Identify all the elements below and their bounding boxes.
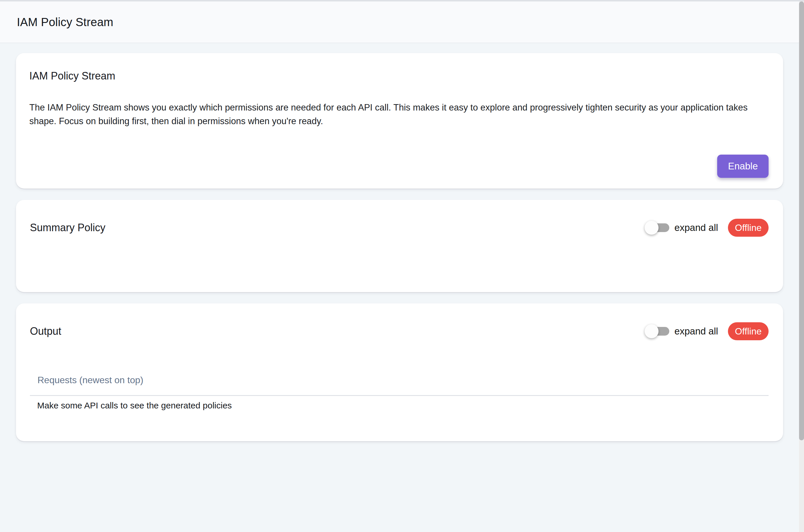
output-card: Output expand all Offline Requests (newe… [16, 303, 783, 441]
app-header: IAM Policy Stream [0, 1, 804, 43]
summary-card-title: Summary Policy [30, 220, 105, 235]
intro-card: IAM Policy Stream The IAM Policy Stream … [16, 53, 783, 189]
summary-status-badge-offline: Offline [728, 219, 769, 237]
requests-header: Requests (newest on top) [30, 373, 769, 396]
summary-expand-all-toggle[interactable] [645, 221, 669, 235]
output-card-title: Output [30, 323, 61, 339]
main-content: IAM Policy Stream The IAM Policy Stream … [0, 43, 804, 441]
intro-card-title: IAM Policy Stream [29, 68, 769, 84]
summary-policy-card: Summary Policy expand all Offline [16, 200, 783, 292]
enable-button[interactable]: Enable [717, 155, 769, 178]
scrollbar-thumb[interactable] [799, 1, 804, 440]
summary-card-header-row: Summary Policy expand all Offline [30, 216, 769, 239]
page-title: IAM Policy Stream [17, 16, 113, 29]
toggle-thumb [645, 324, 659, 338]
page-scrollbar[interactable] [799, 0, 804, 532]
summary-expand-all-label: expand all [675, 222, 718, 233]
requests-empty-message: Make some API calls to see the generated… [30, 399, 769, 412]
output-card-header-row: Output expand all Offline [30, 320, 769, 343]
toggle-thumb [645, 221, 659, 235]
output-card-controls: expand all Offline [645, 322, 769, 340]
summary-card-controls: expand all Offline [645, 219, 769, 237]
output-status-badge-offline: Offline [728, 322, 769, 340]
output-expand-all-toggle[interactable] [645, 324, 669, 338]
window-top-strip [0, 0, 804, 1]
intro-card-actions: Enable [29, 155, 769, 178]
requests-panel: Requests (newest on top) Make some API c… [30, 373, 769, 412]
intro-card-description: The IAM Policy Stream shows you exactly … [29, 101, 769, 128]
output-expand-all-label: expand all [675, 326, 718, 337]
